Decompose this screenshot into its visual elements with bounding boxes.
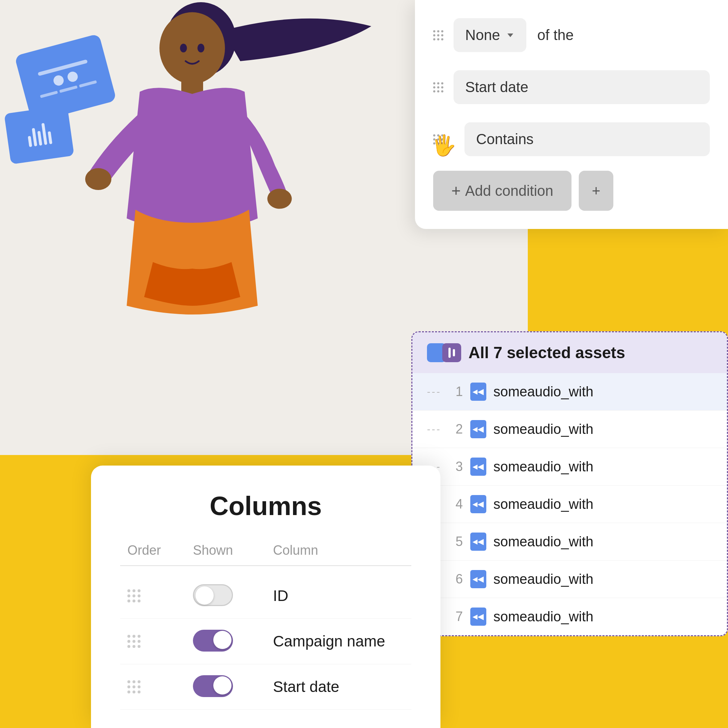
filter-drag-cursor[interactable]: 🖐: [433, 134, 446, 145]
asset-number-4: 4: [447, 497, 463, 512]
column-label-campaign: Campaign name: [273, 633, 385, 650]
asset-file-icon-3: ◀: [470, 457, 486, 476]
none-label: None: [465, 27, 500, 43]
none-dropdown[interactable]: None: [454, 18, 526, 52]
asset-row-2[interactable]: - - - 2 ◀ someaudio_with: [412, 411, 727, 448]
none-chevron: [508, 34, 513, 37]
asset-number-7: 7: [447, 609, 463, 624]
column-label-startdate: Start date: [273, 678, 339, 696]
svg-point-3: [85, 168, 112, 190]
filter-drag-2[interactable]: [433, 82, 446, 92]
asset-name-1: someaudio_with: [494, 384, 594, 400]
filter-drag-1[interactable]: [433, 30, 446, 40]
asset-panel-header: All 7 selected assets: [412, 332, 727, 373]
asset-number-5: 5: [447, 534, 463, 549]
svg-rect-2: [181, 76, 203, 94]
filter-row-2: Start date: [433, 67, 710, 108]
asset-number-3: 3: [447, 459, 463, 474]
video-dot-2: [66, 70, 79, 83]
asset-row-1[interactable]: - - - 1 ◀ someaudio_with: [412, 373, 727, 411]
wave-bar-4: [41, 123, 47, 145]
asset-number-1: 1: [447, 384, 463, 399]
asset-icon-bar: [448, 348, 451, 358]
toggle-campaign[interactable]: [193, 630, 273, 653]
asset-name-6: someaudio_with: [494, 572, 594, 587]
audio-tile: [4, 105, 74, 165]
add-condition-plus-icon: +: [451, 182, 461, 200]
start-date-field[interactable]: Start date: [454, 70, 710, 104]
asset-icon-purple: [442, 343, 461, 362]
asset-dashes-1: - - -: [427, 386, 439, 398]
asset-file-icon-6: ◀: [470, 570, 486, 588]
filter-actions-row: + Add condition +: [433, 171, 710, 211]
video-tile-bar: [37, 59, 88, 76]
video-dot-1: [52, 74, 65, 87]
asset-name-5: someaudio_with: [494, 534, 594, 550]
asset-name-7: someaudio_with: [494, 609, 594, 625]
add-condition-button[interactable]: + Add condition: [433, 171, 572, 211]
asset-icon-stack: [427, 343, 461, 362]
contains-label: Contains: [476, 131, 534, 147]
drag-handle-startdate[interactable]: [127, 680, 193, 693]
asset-file-icon-5: ◀: [470, 532, 486, 551]
filter-row-3: 🖐 Contains: [433, 119, 710, 160]
asset-file-icon-7: ◀: [470, 607, 486, 626]
start-date-label: Start date: [465, 79, 528, 95]
drag-handle-id[interactable]: [127, 589, 193, 603]
svg-point-1: [159, 12, 225, 84]
filter-row-1: None of the: [433, 15, 710, 56]
asset-number-2: 2: [447, 422, 463, 437]
column-row-id: ID: [120, 573, 411, 619]
asset-dashes-2: - - -: [427, 423, 439, 435]
columns-panel: Columns Order Shown Column ID: [91, 466, 440, 728]
asset-row-7[interactable]: - - - 7 ◀ someaudio_with: [412, 598, 727, 635]
asset-file-icon-1: ◀: [470, 382, 486, 401]
asset-name-3: someaudio_with: [494, 459, 594, 475]
column-row-campaign: Campaign name: [120, 619, 411, 664]
asset-row-3[interactable]: - - - 3 ◀ someaudio_with: [412, 448, 727, 486]
columns-title: Columns: [120, 491, 411, 521]
columns-table-header: Order Shown Column: [120, 543, 411, 566]
asset-row-6[interactable]: - - - 6 ◀ someaudio_with: [412, 561, 727, 598]
column-label-id: ID: [273, 587, 288, 605]
column-row-startdate: Start date: [120, 664, 411, 710]
svg-point-5: [180, 44, 187, 52]
wave-bar-2: [32, 128, 37, 147]
wave-bar-1: [28, 136, 32, 147]
shown-header: Shown: [193, 543, 273, 558]
svg-point-4: [267, 188, 292, 209]
contains-field[interactable]: Contains: [465, 122, 710, 156]
asset-name-2: someaudio_with: [494, 422, 594, 437]
asset-icon-bar2: [453, 349, 455, 356]
asset-header-text: All 7 selected assets: [468, 344, 625, 362]
column-header: Column: [273, 543, 318, 558]
asset-row-4[interactable]: - - - 4 ◀ someaudio_with: [412, 486, 727, 523]
asset-row-5[interactable]: - - - 5 ◀ someaudio_with: [412, 523, 727, 561]
wave-bar-3: [37, 131, 42, 146]
order-header: Order: [127, 543, 193, 558]
toggle-startdate[interactable]: [193, 675, 273, 699]
add-condition-label: Add condition: [465, 183, 553, 199]
asset-name-4: someaudio_with: [494, 497, 594, 512]
of-the-text: of the: [537, 27, 574, 43]
asset-file-icon-4: ◀: [470, 495, 486, 513]
hand-cursor-icon: 🖐: [431, 135, 456, 155]
asset-number-6: 6: [447, 572, 463, 587]
svg-point-6: [197, 44, 204, 52]
drag-handle-campaign[interactable]: [127, 635, 193, 648]
asset-file-icon-2: ◀: [470, 420, 486, 438]
more-dots-icon: +: [592, 183, 600, 199]
wave-bar-5: [48, 132, 52, 145]
filter-panel: None of the Start date 🖐 Contains: [415, 0, 728, 229]
toggle-id[interactable]: [193, 584, 273, 607]
more-options-button[interactable]: +: [579, 171, 613, 211]
asset-panel: All 7 selected assets - - - 1 ◀ someaudi…: [411, 331, 728, 636]
